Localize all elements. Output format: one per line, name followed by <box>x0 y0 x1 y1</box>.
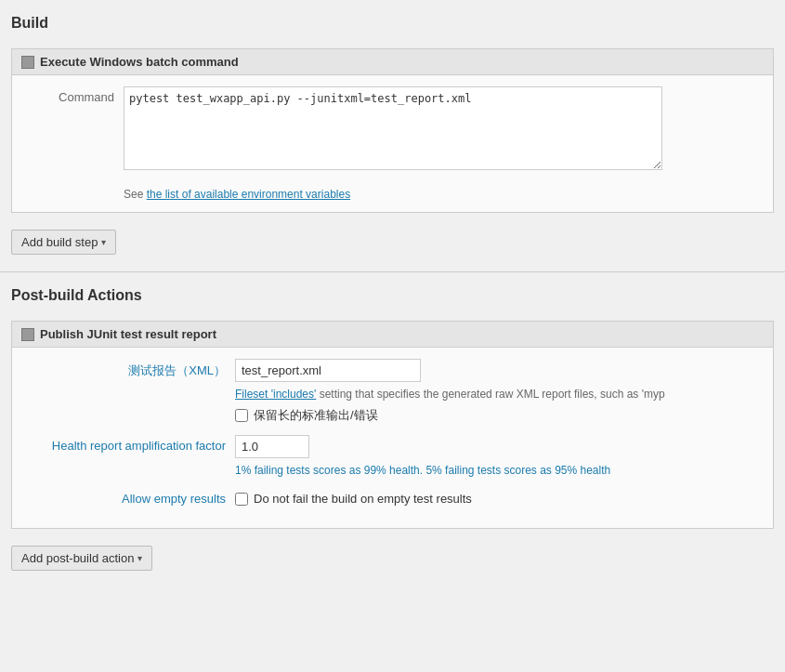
health-hint: 1% failing tests scores as 99% health. 5… <box>235 464 610 477</box>
health-hint-text: 1% failing tests scores as 99% health. 5… <box>235 464 610 477</box>
add-postbuild-arrow: ▾ <box>137 553 142 563</box>
command-textarea-wrapper <box>124 86 662 173</box>
panel-icon <box>21 56 34 69</box>
page-wrapper: Build Execute Windows batch command Comm… <box>0 0 785 672</box>
xml-row: 测试报告（XML） Fileset 'includes' setting tha… <box>21 359 764 424</box>
allow-empty-row: Allow empty results Do not fail the buil… <box>21 488 764 506</box>
allow-empty-checkbox-row: Do not fail the build on empty test resu… <box>235 492 472 506</box>
help-text-prefix: See <box>124 188 147 201</box>
postbuild-section: Post-build Actions Publish JUnit test re… <box>0 271 785 582</box>
health-input[interactable] <box>235 435 309 458</box>
publish-junit-panel: Publish JUnit test result report 测试报告（XM… <box>11 321 774 529</box>
command-row: Command <box>21 86 764 173</box>
add-build-step-label: Add build step <box>21 235 98 249</box>
fileset-hint: Fileset 'includes' setting that specifie… <box>235 388 665 401</box>
publish-junit-header: Publish JUnit test result report <box>12 322 773 348</box>
add-postbuild-action-wrapper: Add post-build action ▾ <box>11 540 774 571</box>
add-build-step-wrapper: Add build step ▾ <box>11 224 774 260</box>
execute-windows-panel: Execute Windows batch command Command Se… <box>11 48 774 213</box>
execute-panel-header: Execute Windows batch command <box>12 49 773 75</box>
fileset-link[interactable]: Fileset 'includes' <box>235 388 316 401</box>
preserve-log-row: 保留长的标准输出/错误 <box>235 407 665 424</box>
publish-panel-icon <box>21 328 34 341</box>
xml-input[interactable] <box>235 359 421 382</box>
health-row: Health report amplification factor 1% fa… <box>21 435 764 477</box>
help-text: See the list of available environment va… <box>124 182 764 201</box>
publish-junit-body: 测试报告（XML） Fileset 'includes' setting tha… <box>12 348 773 528</box>
allow-empty-checkbox[interactable] <box>235 493 248 506</box>
add-postbuild-action-button[interactable]: Add post-build action ▾ <box>11 546 152 571</box>
env-vars-link[interactable]: the list of available environment variab… <box>147 188 350 201</box>
execute-panel-title: Execute Windows batch command <box>40 55 239 69</box>
allow-empty-label: Allow empty results <box>21 488 226 506</box>
health-field-wrapper: 1% failing tests scores as 99% health. 5… <box>235 435 610 477</box>
preserve-log-label: 保留长的标准输出/错误 <box>254 407 378 424</box>
preserve-log-checkbox[interactable] <box>235 409 248 422</box>
health-label: Health report amplification factor <box>21 435 226 453</box>
add-build-step-button[interactable]: Add build step ▾ <box>11 230 116 255</box>
postbuild-section-title: Post-build Actions <box>11 280 774 313</box>
command-textarea[interactable] <box>124 86 662 170</box>
publish-junit-title: Publish JUnit test result report <box>40 327 216 341</box>
add-build-step-arrow: ▾ <box>101 237 106 247</box>
add-postbuild-label: Add post-build action <box>21 551 134 565</box>
fileset-hint-suffix: setting that specifies the generated raw… <box>316 388 664 401</box>
build-section-title: Build <box>11 7 774 41</box>
command-label: Command <box>21 86 114 104</box>
xml-label: 测试报告（XML） <box>21 359 226 379</box>
build-section: Build Execute Windows batch command Comm… <box>0 0 785 271</box>
execute-panel-body: Command See the list of available enviro… <box>12 75 773 212</box>
allow-empty-checkbox-label: Do not fail the build on empty test resu… <box>254 492 472 506</box>
xml-field-wrapper: Fileset 'includes' setting that specifie… <box>235 359 665 424</box>
